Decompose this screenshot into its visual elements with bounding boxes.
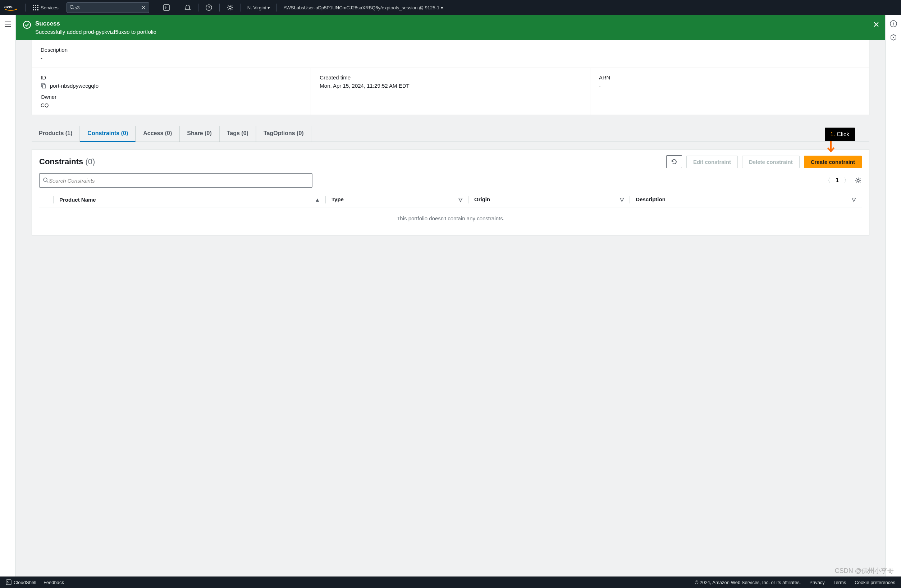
table-settings-icon[interactable] xyxy=(854,177,862,184)
page-number: 1 xyxy=(836,177,839,184)
delete-constraint-button[interactable]: Delete constraint xyxy=(742,156,800,168)
search-container xyxy=(67,2,149,13)
svg-point-15 xyxy=(857,179,859,182)
svg-line-14 xyxy=(47,181,48,183)
search-icon xyxy=(43,177,49,183)
nav-separator xyxy=(25,3,25,11)
svg-text:?: ? xyxy=(208,5,210,10)
constraints-card: Constraints (0) Edit constraint Delete c… xyxy=(32,149,869,235)
hexagon-icon[interactable] xyxy=(890,34,897,41)
sort-icon: ▽ xyxy=(852,196,856,203)
portfolio-details-panel: Description - ID port-nbsdpywecgqfo Owne… xyxy=(32,40,869,115)
account-selector[interactable]: AWSLabsUser-oDp5P1UNCmCJ28saXRBQ6y/expto… xyxy=(281,3,446,12)
create-constraint-button[interactable]: Create constraint xyxy=(804,156,862,168)
refresh-button[interactable] xyxy=(666,155,682,168)
settings-icon[interactable] xyxy=(223,2,237,13)
created-label: Created time xyxy=(320,75,581,81)
constraints-table: Product Name▲ Type▽ Origin▽ Description▽… xyxy=(39,192,862,229)
col-product-name[interactable]: Product Name▲ xyxy=(54,192,326,207)
tab-constraints[interactable]: Constraints (0) xyxy=(80,126,136,142)
cloudshell-icon[interactable] xyxy=(160,2,173,13)
right-rail: i xyxy=(885,15,901,577)
left-rail xyxy=(0,15,16,577)
grid-icon xyxy=(33,5,39,11)
notifications-icon[interactable] xyxy=(181,2,195,13)
svg-rect-11 xyxy=(42,85,46,88)
search-icon xyxy=(70,5,75,10)
col-description[interactable]: Description▽ xyxy=(630,192,862,207)
banner-title: Success xyxy=(35,20,878,27)
owner-value: CQ xyxy=(41,102,302,108)
top-navigation: aws Services ? N. Virgini ▾ AWSLabsUser-… xyxy=(0,0,901,15)
svg-text:i: i xyxy=(893,21,894,26)
tab-tags[interactable]: Tags (0) xyxy=(219,126,256,142)
search-constraints-input[interactable] xyxy=(49,177,309,184)
id-value: port-nbsdpywecgqfo xyxy=(50,82,98,89)
arrow-down-icon xyxy=(825,140,855,153)
caret-down-icon: ▾ xyxy=(441,5,443,11)
svg-text:aws: aws xyxy=(4,4,12,9)
menu-toggle-icon[interactable] xyxy=(5,20,11,577)
tab-tagoptions[interactable]: TagOptions (0) xyxy=(256,126,311,142)
sort-asc-icon: ▲ xyxy=(315,197,320,203)
tab-products[interactable]: Products (1) xyxy=(32,126,80,142)
arn-value: - xyxy=(599,82,860,89)
tab-share[interactable]: Share (0) xyxy=(179,126,219,142)
svg-line-2 xyxy=(73,8,75,10)
sort-icon: ▽ xyxy=(458,196,463,203)
col-origin[interactable]: Origin▽ xyxy=(468,192,630,207)
empty-message: This portfolio doesn't contain any const… xyxy=(39,207,862,230)
constraints-title: Constraints (0) xyxy=(39,157,95,166)
search-input[interactable] xyxy=(75,5,141,11)
next-page-icon[interactable]: 〉 xyxy=(844,177,850,184)
id-label: ID xyxy=(41,75,302,81)
prev-page-icon[interactable]: 〈 xyxy=(825,177,831,184)
copy-id-icon[interactable] xyxy=(41,83,47,89)
search-constraints-wrapper xyxy=(39,173,312,188)
region-selector[interactable]: N. Virgini ▾ xyxy=(245,3,273,12)
success-check-icon xyxy=(23,21,31,29)
banner-message: Successfully added prod-gypkvizf5uxso to… xyxy=(35,29,878,35)
arn-label: ARN xyxy=(599,75,860,81)
svg-point-9 xyxy=(23,21,31,28)
aws-logo[interactable]: aws xyxy=(4,3,17,11)
svg-point-8 xyxy=(229,6,231,9)
svg-point-19 xyxy=(893,37,894,38)
description-label: Description xyxy=(41,47,860,53)
sort-icon: ▽ xyxy=(620,196,624,203)
services-button[interactable]: Services xyxy=(29,3,62,12)
created-value: Mon, Apr 15, 2024, 11:29:52 AM EDT xyxy=(320,82,581,89)
instruction-tooltip: 1. Click xyxy=(825,128,855,153)
success-banner: Success Successfully added prod-gypkvizf… xyxy=(16,15,885,40)
col-type[interactable]: Type▽ xyxy=(326,192,468,207)
edit-constraint-button[interactable]: Edit constraint xyxy=(686,156,738,168)
info-icon[interactable]: i xyxy=(890,20,897,27)
clear-search-icon[interactable] xyxy=(141,5,146,10)
help-icon[interactable]: ? xyxy=(202,2,216,13)
close-banner-icon[interactable]: ✕ xyxy=(873,20,879,30)
caret-down-icon: ▾ xyxy=(268,5,270,11)
svg-point-1 xyxy=(70,5,73,9)
svg-point-13 xyxy=(44,178,47,182)
tab-access[interactable]: Access (0) xyxy=(136,126,179,142)
description-value: - xyxy=(41,55,860,61)
tabs: Products (1) Constraints (0) Access (0) … xyxy=(32,126,869,142)
owner-label: Owner xyxy=(41,94,302,100)
services-label: Services xyxy=(41,5,59,11)
refresh-icon xyxy=(671,159,677,165)
